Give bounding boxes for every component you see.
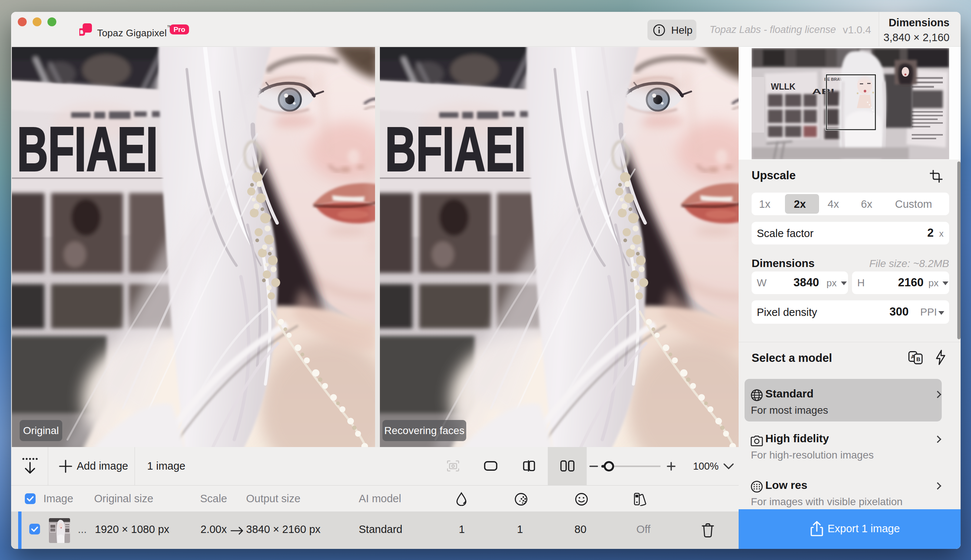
svg-text:B: B: [916, 356, 921, 362]
svg-text:A: A: [911, 353, 915, 360]
